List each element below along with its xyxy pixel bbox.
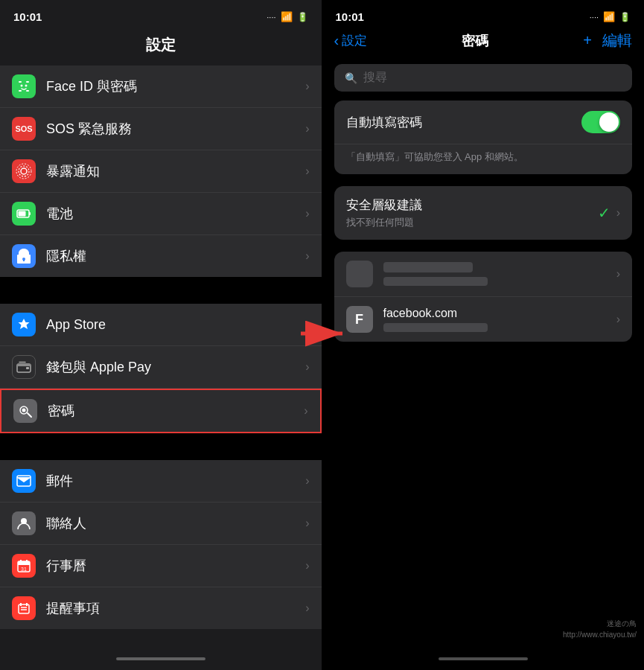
settings-item-face-id[interactable]: Face ID 與密碼 › [0,66,322,108]
exposure-icon [12,159,36,183]
right-panel: 10:01 ···· 📶 🔋 ‹ 設定 密碼 + 編輯 🔍 搜尋 自動填寫密碼 … [322,0,645,670]
watermark: 迷途の鳥 http://www.chiayou.tw/ [563,618,637,640]
left-time: 10:01 [13,10,42,23]
nav-back-button[interactable]: ‹ 設定 [334,32,368,49]
settings-item-exposure[interactable]: 暴露通知 › [0,150,322,193]
battery-chevron: › [305,207,309,220]
autofill-section: 自動填寫密碼 「自動填寫」可協助您登入 App 和網站。 [334,100,633,174]
left-status-icons: ···· 📶 🔋 [267,11,307,22]
mail-icon [12,469,36,493]
settings-item-sos[interactable]: SOS SOS 緊急服務 › [0,108,322,150]
face-id-label: Face ID 與密碼 [46,77,299,95]
search-icon: 🔍 [345,72,357,84]
svg-rect-13 [23,259,25,261]
nav-title: 密碼 [462,32,488,50]
settings-item-calendar[interactable]: 31 行事曆 › [0,545,322,587]
right-status-bar: 10:01 ···· 📶 🔋 [322,0,645,28]
nav-edit-button[interactable]: 編輯 [602,31,632,51]
security-section: 安全層級建議 找不到任何問題 ✓ › [334,186,633,240]
facebook-avatar: F [346,306,373,333]
facebook-username [383,323,488,332]
facebook-chevron: › [616,313,620,326]
left-home-indicator [0,648,322,670]
svg-rect-15 [17,364,31,366]
autofill-description: 「自動填寫」可協助您登入 App 和網站。 [334,144,633,174]
contacts-chevron: › [305,517,309,530]
left-home-bar [116,657,205,660]
face-id-chevron: › [305,80,309,93]
svg-point-7 [19,166,29,176]
password-item-facebook[interactable]: F facebook.com › [334,297,633,342]
right-wifi-icon: 📶 [603,11,615,22]
settings-item-reminders[interactable]: 提醒事項 › [0,587,322,629]
password-list: › F facebook.com › [334,252,633,342]
settings-list: Face ID 與密碼 › SOS SOS 緊急服務 › 暴露通知 › [0,66,322,648]
wallet-chevron: › [305,360,309,374]
settings-item-privacy[interactable]: 隱私權 › [0,235,322,277]
blurred-domain [383,262,473,272]
autofill-toggle[interactable] [581,111,620,133]
password-item-blurred[interactable]: › [334,252,633,297]
reminders-chevron: › [305,602,309,615]
calendar-chevron: › [305,559,309,572]
sos-chevron: › [305,122,309,135]
svg-point-5 [25,85,28,87]
contacts-label: 聯絡人 [46,514,299,532]
password-icon [13,399,37,423]
autofill-toggle-row[interactable]: 自動填寫密碼 [334,100,633,144]
svg-rect-2 [19,90,22,92]
right-signal-icon: ···· [590,13,599,22]
nav-actions: + 編輯 [583,31,632,51]
settings-item-wallet[interactable]: 錢包與 Apple Pay › [0,346,322,389]
search-placeholder: 搜尋 [363,70,387,86]
svg-text:31: 31 [21,567,27,572]
right-time: 10:01 [336,10,364,23]
right-nav: ‹ 設定 密碼 + 編輯 [322,28,645,60]
toggle-knob [599,112,619,132]
contacts-icon [12,511,36,535]
nav-add-button[interactable]: + [583,32,592,49]
calendar-icon: 31 [12,554,36,578]
settings-item-mail[interactable]: 郵件 › [0,460,322,502]
right-battery-icon: 🔋 [619,12,631,22]
facebook-info: facebook.com [383,307,616,332]
svg-rect-10 [29,212,31,215]
blurred-chevron: › [616,267,620,281]
back-chevron-icon: ‹ [334,32,339,49]
password-chevron: › [304,404,307,418]
security-chevron: › [616,206,620,220]
svg-rect-0 [19,81,22,83]
mail-chevron: › [305,474,309,488]
wallet-label: 錢包與 Apple Pay [46,358,299,376]
search-bar[interactable]: 🔍 搜尋 [334,64,633,92]
watermark-line1: 迷途の鳥 [563,618,637,629]
security-row[interactable]: 安全層級建議 找不到任何問題 ✓ › [334,186,633,240]
privacy-icon [12,244,36,268]
settings-group-1: Face ID 與密碼 › SOS SOS 緊急服務 › 暴露通知 › [0,66,322,277]
reminders-icon [12,596,36,620]
appstore-icon [12,313,36,336]
arrow-indicator [299,319,348,351]
nav-back-label: 設定 [342,32,367,49]
settings-item-appstore[interactable]: App Store › [0,304,322,346]
svg-rect-16 [26,367,29,369]
left-page-title: 設定 [0,28,322,66]
settings-item-battery[interactable]: 電池 › [0,193,322,235]
face-id-icon [12,74,36,98]
security-content: 安全層級建議 找不到任何問題 [346,197,598,229]
svg-point-6 [21,168,27,174]
security-sublabel: 找不到任何問題 [346,216,598,229]
right-home-indicator [322,648,645,670]
blurred-avatar [346,261,373,287]
svg-point-4 [21,85,23,87]
battery-label: 電池 [46,205,299,223]
svg-rect-3 [26,90,29,92]
privacy-chevron: › [305,249,309,263]
calendar-label: 行事曆 [46,557,299,575]
settings-item-password[interactable]: 密碼 › [0,389,322,433]
settings-item-contacts[interactable]: 聯絡人 › [0,502,322,545]
autofill-label: 自動填寫密碼 [346,114,582,131]
sos-icon: SOS [12,117,36,141]
right-status-icons: ···· 📶 🔋 [590,11,631,22]
mail-label: 郵件 [46,472,299,490]
